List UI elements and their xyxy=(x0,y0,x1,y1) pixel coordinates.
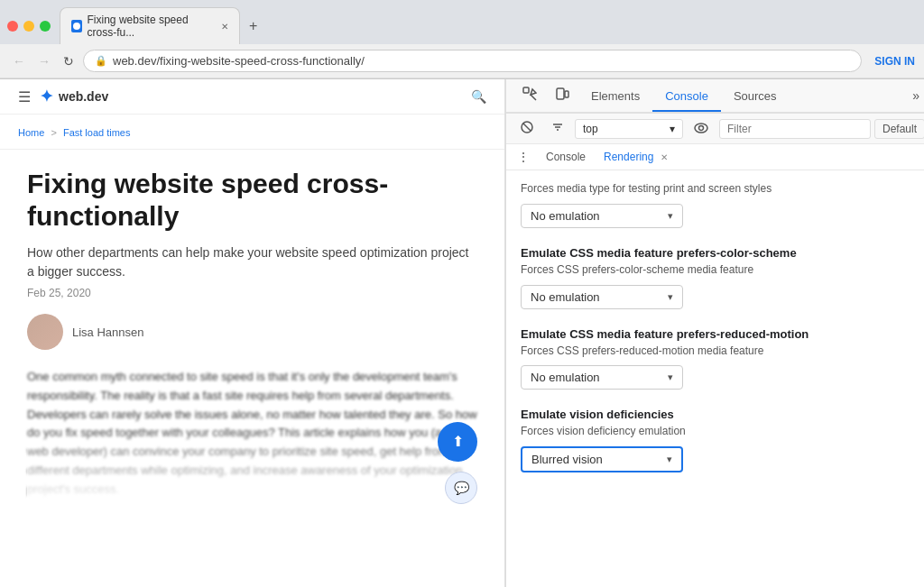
media-type-section: Forces media type for testing print and … xyxy=(521,181,918,228)
rendering-tab-close[interactable]: ✕ xyxy=(661,152,668,162)
panel-tab-console[interactable]: Console xyxy=(537,145,595,169)
breadcrumb: Home > Fast load times xyxy=(0,115,504,150)
author-row: Lisa Hannsen xyxy=(27,314,477,350)
media-type-dropdown-arrow-icon: ▾ xyxy=(668,210,673,222)
close-traffic-light[interactable] xyxy=(7,21,18,32)
chat-icon: 💬 xyxy=(454,478,469,498)
svg-rect-3 xyxy=(565,91,568,97)
new-tab-button[interactable]: + xyxy=(244,16,263,36)
breadcrumb-section-link[interactable]: Fast load times xyxy=(63,127,131,138)
fullscreen-traffic-light[interactable] xyxy=(40,21,51,32)
context-label: top xyxy=(583,123,598,135)
vision-desc: Forces vision deficiency emulation xyxy=(521,424,918,439)
svg-point-0 xyxy=(73,23,80,30)
vision-dropdown-arrow-icon: ▾ xyxy=(667,454,672,465)
vision-title: Emulate vision deficiencies xyxy=(521,408,918,421)
forward-button[interactable]: → xyxy=(34,52,54,70)
breadcrumb-home-link[interactable]: Home xyxy=(18,127,44,138)
tab-title: Fixing website speed cross-fu... xyxy=(88,14,212,39)
media-type-dropdown[interactable]: No emulation ▾ xyxy=(521,204,683,228)
svg-rect-2 xyxy=(557,88,564,99)
article-body: One common myth connected to site speed … xyxy=(27,368,477,500)
share-fab-button[interactable]: ⬆ xyxy=(438,422,477,462)
traffic-lights xyxy=(7,21,51,32)
tab-close-button[interactable]: ✕ xyxy=(221,22,228,32)
devtools-toolbar: top ▾ Default xyxy=(506,114,924,144)
clear-console-button[interactable] xyxy=(513,117,541,140)
chat-fab-button[interactable]: 💬 xyxy=(445,472,477,504)
reduced-motion-dropdown-arrow-icon: ▾ xyxy=(668,371,673,383)
more-tabs-button[interactable]: » xyxy=(907,81,924,110)
article-overlay xyxy=(27,427,477,500)
url-text: web.dev/fixing-website-speed-cross-funct… xyxy=(113,54,850,68)
preserve-log-button[interactable] xyxy=(687,118,716,140)
color-scheme-title: Emulate CSS media feature prefers-color-… xyxy=(521,246,918,260)
tab-elements[interactable]: Elements xyxy=(578,82,652,112)
hamburger-icon[interactable]: ☰ xyxy=(18,88,31,105)
svg-point-9 xyxy=(695,124,707,133)
reduced-motion-desc: Forces CSS prefers-reduced-motion media … xyxy=(521,344,918,359)
panel-tab-rendering[interactable]: Rendering ✕ xyxy=(595,145,677,169)
rendering-scroll-area: Forces media type for testing print and … xyxy=(506,170,924,587)
panel-menu-button[interactable]: ⋮ xyxy=(510,144,537,170)
share-icon: ⬆ xyxy=(452,430,464,454)
vision-value: Blurred vision xyxy=(531,453,603,466)
webdev-logo-text: web.dev xyxy=(59,89,108,104)
browser-controls: ← → ↻ 🔒 web.dev/fixing-website-speed-cro… xyxy=(0,44,924,78)
webdev-logo: ✦ web.dev xyxy=(40,87,108,106)
webpage-panel: ☰ ✦ web.dev 🔍 Home > Fast load times Fix… xyxy=(0,79,505,587)
tab-sources[interactable]: Sources xyxy=(721,82,790,112)
refresh-button[interactable]: ↻ xyxy=(60,52,78,70)
default-levels-button[interactable]: Default xyxy=(874,119,924,139)
reduced-motion-dropdown[interactable]: No emulation ▾ xyxy=(521,365,683,390)
svg-rect-1 xyxy=(523,87,529,93)
reduced-motion-title: Emulate CSS media feature prefers-reduce… xyxy=(521,327,918,341)
color-scheme-dropdown[interactable]: No emulation ▾ xyxy=(521,285,683,309)
search-icon[interactable]: 🔍 xyxy=(471,89,486,104)
reduced-motion-section: Emulate CSS media feature prefers-reduce… xyxy=(521,327,918,390)
breadcrumb-separator: > xyxy=(51,127,56,138)
vision-dropdown[interactable]: Blurred vision ▾ xyxy=(521,446,683,472)
filter-input[interactable] xyxy=(719,119,871,139)
context-selector[interactable]: top ▾ xyxy=(575,119,683,139)
filter-toggle-button[interactable] xyxy=(544,117,571,140)
article-date: Feb 25, 2020 xyxy=(27,287,477,299)
back-button[interactable]: ← xyxy=(9,52,29,70)
address-bar[interactable]: 🔒 web.dev/fixing-website-speed-cross-fun… xyxy=(83,50,862,72)
minimize-traffic-light[interactable] xyxy=(23,21,34,32)
color-scheme-dropdown-arrow-icon: ▾ xyxy=(668,291,673,303)
color-scheme-desc: Forces CSS prefers-color-scheme media fe… xyxy=(521,262,918,278)
main-content: ☰ ✦ web.dev 🔍 Home > Fast load times Fix… xyxy=(0,79,924,587)
vision-section: Emulate vision deficiencies Forces visio… xyxy=(521,408,918,472)
panel-tabs: ⋮ Console Rendering ✕ xyxy=(506,144,680,170)
active-tab[interactable]: Fixing website speed cross-fu... ✕ xyxy=(60,7,240,44)
article-subtitle: How other departments can help make your… xyxy=(27,243,477,281)
sign-in-button[interactable]: SIGN IN xyxy=(874,55,915,68)
article-title: Fixing website speed cross-functionally xyxy=(27,168,477,233)
rendering-tab-label: Rendering xyxy=(604,151,653,163)
tab-favicon xyxy=(71,20,82,32)
device-toolbar-button[interactable] xyxy=(546,79,578,112)
author-avatar xyxy=(27,314,63,350)
svg-line-5 xyxy=(523,124,531,131)
reduced-motion-value: No emulation xyxy=(531,371,600,384)
dropdown-arrow-icon: ▾ xyxy=(670,123,675,135)
rendering-panel: Forces media type for testing print and … xyxy=(506,170,924,587)
lock-icon: 🔒 xyxy=(95,55,107,67)
webdev-brand-icon: ✦ xyxy=(40,87,53,106)
tab-bar: Fixing website speed cross-fu... ✕ + xyxy=(0,0,924,44)
inspect-element-button[interactable] xyxy=(513,79,546,112)
media-type-value: No emulation xyxy=(531,209,600,223)
avatar-image xyxy=(27,314,63,350)
devtools-panel: Elements Console Sources » top ▾ Default xyxy=(505,79,924,587)
color-scheme-value: No emulation xyxy=(531,290,600,304)
media-type-desc: Forces media type for testing print and … xyxy=(521,181,918,197)
color-scheme-section: Emulate CSS media feature prefers-color-… xyxy=(521,246,918,309)
tab-console[interactable]: Console xyxy=(652,82,721,112)
browser-chrome: Fixing website speed cross-fu... ✕ + ← →… xyxy=(0,0,924,79)
webpage-body: Fixing website speed cross-functionally … xyxy=(0,150,504,518)
devtools-sub-panel-tabs: ⋮ Console Rendering ✕ xyxy=(506,144,924,170)
author-name: Lisa Hannsen xyxy=(72,326,144,339)
devtools-tab-bar: Elements Console Sources » xyxy=(506,79,924,114)
svg-point-10 xyxy=(699,125,704,130)
